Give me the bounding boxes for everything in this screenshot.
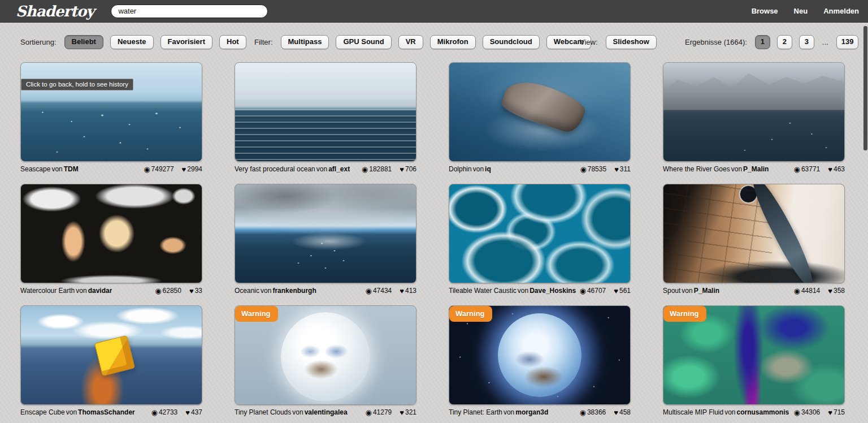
page-last-button[interactable]: 139 [836, 35, 859, 49]
shader-title[interactable]: Dolphinvoniq [449, 165, 491, 173]
views-count: ◉38366 [580, 408, 606, 416]
shader-author[interactable]: P_Malin [743, 165, 769, 173]
shader-thumbnail[interactable]: Click to go back, hold to see history [20, 62, 202, 162]
shader-title[interactable]: SpoutvonP_Malin [663, 287, 719, 295]
shader-stats: ◉44814 ♥358 [794, 287, 845, 295]
filter-group: Filter: Multipass GPU Sound VR Mikrofon … [254, 35, 591, 49]
shader-author[interactable]: Dave_Hoskins [530, 287, 576, 295]
shader-thumbnail[interactable]: Warning [663, 305, 845, 405]
shader-author[interactable]: ThomasSchander [78, 408, 135, 416]
shader-caption: Multiscale MIP Fluidvoncornusammonis ◉34… [663, 407, 845, 417]
von-label: von [504, 408, 514, 416]
view-slideshow-button[interactable]: Slideshow [606, 35, 657, 49]
shader-title[interactable]: Watercolour Earthvondavidar [20, 287, 112, 295]
eye-icon: ◉ [580, 287, 586, 295]
heart-icon: ♥ [614, 287, 618, 295]
header-nav: Browse Neu Anmelden [752, 7, 859, 15]
shader-caption: Oceanicvonfrankenburgh ◉47434 ♥413 [235, 286, 416, 296]
shader-thumbnail[interactable] [449, 62, 631, 162]
shader-title[interactable]: Enscape CubevonThomasSchander [20, 408, 135, 416]
search-input[interactable] [111, 5, 268, 18]
views-count: ◉47434 [366, 287, 392, 295]
page-2-button[interactable]: 2 [777, 35, 792, 49]
shader-card: Warning Tiny Planet: Earthvonmorgan3d ◉3… [449, 305, 631, 417]
shader-author[interactable]: davidar [88, 287, 112, 295]
filter-multipass-button[interactable]: Multipass [281, 35, 329, 49]
eye-icon: ◉ [155, 287, 161, 295]
filter-soundcloud-button[interactable]: Soundcloud [483, 35, 540, 49]
von-label: von [724, 408, 735, 416]
shader-thumbnail[interactable] [449, 184, 631, 283]
eye-icon: ◉ [144, 166, 150, 173]
shader-card: Warning Tiny Planet Cloudsvonvalentingal… [235, 305, 416, 417]
heart-icon: ♥ [185, 409, 190, 416]
shader-thumbnail[interactable] [663, 184, 845, 283]
shader-title[interactable]: Tiny Planet Cloudsvonvalentingalea [235, 408, 348, 416]
likes-count: ♥413 [400, 287, 416, 295]
shader-thumbnail[interactable] [663, 62, 845, 162]
scrollbar-thumb[interactable] [863, 26, 867, 150]
likes-count: ♥715 [828, 408, 845, 416]
likes-count: ♥561 [614, 287, 631, 295]
shader-author[interactable]: P_Malin [694, 287, 719, 295]
shader-title[interactable]: Very fast procedural oceanvonafl_ext [235, 165, 350, 173]
filter-label: Filter: [254, 38, 273, 46]
sort-group: Sortierung: Beliebt Neueste Favorisiert … [20, 35, 246, 49]
shader-thumbnail[interactable] [235, 62, 416, 162]
shader-stats: ◉62850 ♥33 [155, 287, 202, 295]
heart-icon: ♥ [400, 166, 404, 173]
page-1-button[interactable]: 1 [755, 35, 770, 49]
shader-author[interactable]: iq [485, 165, 491, 173]
nav-browse[interactable]: Browse [752, 7, 778, 15]
von-label: von [731, 165, 742, 173]
shader-author[interactable]: TDM [64, 165, 79, 173]
filter-mikrofon-button[interactable]: Mikrofon [430, 35, 476, 49]
shader-thumbnail[interactable] [20, 305, 202, 405]
shader-stats: ◉38366 ♥458 [580, 408, 631, 416]
shader-stats: ◉34306 ♥715 [794, 408, 845, 416]
shader-thumbnail[interactable] [235, 184, 416, 283]
shader-author[interactable]: valentingalea [305, 408, 348, 416]
eye-icon: ◉ [794, 166, 800, 173]
shader-stats: ◉47434 ♥413 [366, 287, 416, 295]
shader-caption: Watercolour Earthvondavidar ◉62850 ♥33 [20, 286, 202, 296]
von-label: von [292, 408, 303, 416]
page-3-button[interactable]: 3 [799, 35, 814, 49]
views-count: ◉749277 [144, 165, 173, 173]
views-count: ◉34306 [794, 408, 821, 416]
shader-thumbnail[interactable] [20, 184, 202, 283]
shader-author[interactable]: cornusammonis [737, 408, 789, 416]
shadertoy-logo[interactable]: Shadertoy [16, 4, 94, 19]
sort-neueste-button[interactable]: Neueste [110, 35, 154, 49]
shader-author[interactable]: morgan3d [515, 408, 548, 416]
von-label: von [518, 287, 528, 295]
von-label: von [473, 165, 484, 173]
shader-thumbnail[interactable]: Warning [235, 305, 416, 405]
sort-hot-button[interactable]: Hot [219, 35, 246, 49]
filter-vr-button[interactable]: VR [398, 35, 423, 49]
shader-author[interactable]: afl_ext [328, 165, 350, 173]
shader-caption: Tiny Planet: Earthvonmorgan3d ◉38366 ♥45… [449, 407, 631, 417]
shader-title[interactable]: SeascapevonTDM [20, 165, 79, 173]
shader-author[interactable]: frankenburgh [272, 287, 316, 295]
shader-stats: ◉42733 ♥437 [151, 408, 202, 416]
heart-icon: ♥ [614, 409, 618, 416]
shader-title[interactable]: Tiny Planet: Earthvonmorgan3d [449, 408, 548, 416]
shader-title[interactable]: Tileable Water CausticvonDave_Hoskins [449, 287, 576, 295]
von-label: von [76, 287, 86, 295]
sort-beliebt-button[interactable]: Beliebt [64, 35, 103, 49]
sort-favorisiert-button[interactable]: Favorisiert [160, 35, 212, 49]
shader-stats: ◉182881 ♥706 [362, 165, 416, 173]
shader-title[interactable]: Oceanicvonfrankenburgh [235, 287, 316, 295]
shader-thumbnail[interactable]: Warning [449, 305, 631, 405]
eye-icon: ◉ [151, 409, 158, 416]
shader-title[interactable]: Where the River GoesvonP_Malin [663, 165, 769, 173]
shader-caption: Dolphinvoniq ◉78535 ♥311 [449, 164, 631, 174]
shader-card: Click to go back, hold to see history Se… [20, 62, 202, 174]
app-header: Shadertoy Browse Neu Anmelden [0, 0, 868, 23]
shader-caption: Tiny Planet Cloudsvonvalentingalea ◉4127… [235, 407, 416, 417]
nav-neu[interactable]: Neu [794, 7, 808, 15]
shader-title[interactable]: Multiscale MIP Fluidvoncornusammonis [663, 408, 789, 416]
filter-gpusound-button[interactable]: GPU Sound [336, 35, 391, 49]
nav-anmelden[interactable]: Anmelden [823, 7, 859, 15]
